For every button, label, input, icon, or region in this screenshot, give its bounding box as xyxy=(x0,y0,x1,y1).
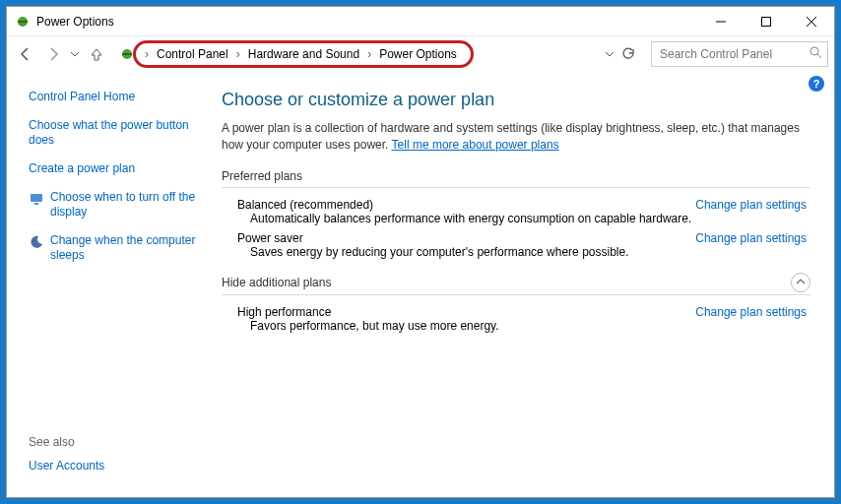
svg-rect-3 xyxy=(762,17,771,26)
plan-high-performance: High performance Change plan settings Fa… xyxy=(222,305,810,333)
forward-button[interactable] xyxy=(40,41,66,67)
navbar: › Control Panel › Hardware and Sound › P… xyxy=(7,36,834,72)
search-box[interactable] xyxy=(651,41,828,67)
learn-more-link[interactable]: Tell me more about power plans xyxy=(392,138,559,152)
plan-name[interactable]: High performance xyxy=(237,305,331,319)
dropdown-icon[interactable] xyxy=(606,47,614,61)
sidebar-item-label: Change when the computer sleeps xyxy=(50,233,204,263)
sidebar: Control Panel Home Choose what the power… xyxy=(7,78,214,497)
breadcrumb-item[interactable]: Control Panel xyxy=(153,47,232,61)
plan-description: Automatically balances performance with … xyxy=(250,212,810,225)
window: Power Options xyxy=(6,6,835,498)
sidebar-link[interactable]: Choose when to turn off the display xyxy=(29,190,204,220)
svg-rect-11 xyxy=(34,203,38,205)
chevron-right-icon[interactable]: › xyxy=(232,47,244,61)
recent-locations-button[interactable] xyxy=(68,41,82,67)
maximize-button[interactable] xyxy=(744,7,789,36)
breadcrumb-icon xyxy=(117,44,137,64)
plan-description: Saves energy by reducing your computer's… xyxy=(250,245,810,259)
hide-additional-plans-label[interactable]: Hide additional plans xyxy=(222,276,331,289)
minimize-button[interactable] xyxy=(698,7,744,36)
change-plan-settings-link[interactable]: Change plan settings xyxy=(695,198,810,212)
sidebar-item-label: Choose when to turn off the display xyxy=(50,190,204,220)
app-icon xyxy=(15,14,31,30)
titlebar: Power Options xyxy=(7,7,834,36)
plan-name[interactable]: Balanced (recommended) xyxy=(237,198,373,212)
breadcrumb-item[interactable]: Hardware and Sound xyxy=(244,47,363,61)
collapse-icon[interactable] xyxy=(791,273,810,292)
monitor-icon xyxy=(29,191,44,207)
page-title: Choose or customize a power plan xyxy=(222,90,810,110)
chevron-right-icon[interactable]: › xyxy=(141,47,153,61)
up-button[interactable] xyxy=(84,41,109,67)
close-button[interactable] xyxy=(789,7,834,36)
plan-description: Favors performance, but may use more ene… xyxy=(250,319,810,333)
svg-line-5 xyxy=(807,17,816,27)
control-panel-home-link[interactable]: Control Panel Home xyxy=(29,90,204,104)
sidebar-link[interactable]: Change when the computer sleeps xyxy=(29,233,204,263)
sidebar-link[interactable]: Create a power plan xyxy=(29,161,204,176)
svg-rect-10 xyxy=(31,194,42,202)
change-plan-settings-link[interactable]: Change plan settings xyxy=(695,231,810,245)
breadcrumb-item[interactable]: Power Options xyxy=(375,47,461,61)
sidebar-link[interactable]: Choose what the power button does xyxy=(29,118,204,148)
change-plan-settings-link[interactable]: Change plan settings xyxy=(695,305,810,319)
help-icon[interactable]: ? xyxy=(809,76,824,92)
see-also-link[interactable]: User Accounts xyxy=(29,459,204,473)
divider xyxy=(222,187,810,188)
chevron-right-icon[interactable]: › xyxy=(363,47,375,61)
svg-rect-1 xyxy=(18,21,28,23)
search-icon[interactable] xyxy=(809,46,822,62)
plan-power-saver: Power saver Change plan settings Saves e… xyxy=(222,231,810,259)
body: ? Control Panel Home Choose what the pow… xyxy=(7,72,834,497)
breadcrumb[interactable]: › Control Panel › Hardware and Sound › P… xyxy=(111,41,645,67)
svg-rect-7 xyxy=(122,53,132,55)
window-title: Power Options xyxy=(36,15,114,29)
page-description: A power plan is a collection of hardware… xyxy=(222,120,810,154)
moon-icon xyxy=(29,234,44,250)
divider xyxy=(222,294,810,295)
plan-balanced: Balanced (recommended) Change plan setti… xyxy=(222,198,810,225)
search-input[interactable] xyxy=(658,46,809,62)
plan-name[interactable]: Power saver xyxy=(237,231,303,245)
svg-point-8 xyxy=(810,47,818,55)
main: Choose or customize a power plan A power… xyxy=(214,78,834,497)
preferred-plans-label: Preferred plans xyxy=(222,169,810,183)
svg-line-9 xyxy=(817,54,821,58)
svg-line-4 xyxy=(807,17,816,27)
back-button[interactable] xyxy=(13,41,38,67)
see-also-label: See also xyxy=(29,435,204,449)
refresh-button[interactable] xyxy=(617,43,639,65)
